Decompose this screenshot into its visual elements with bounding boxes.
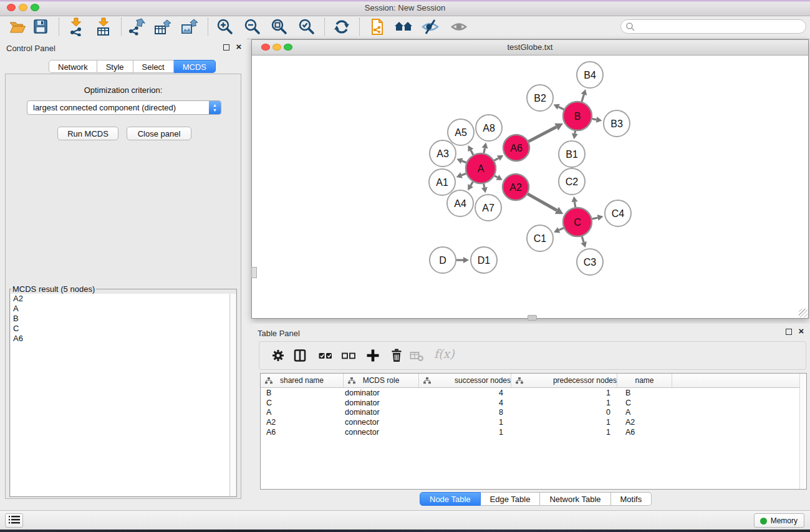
table-tabs: Node Table Edge Table Network Table Moti… (420, 492, 652, 506)
mcds-result-item[interactable]: A6 (11, 334, 236, 344)
close-table-panel-button[interactable]: × (796, 325, 806, 337)
export-table-button[interactable] (153, 17, 172, 36)
search-input[interactable] (637, 21, 802, 32)
graph-node-label: C4 (612, 208, 625, 219)
mcds-result-item[interactable]: A2 (11, 294, 236, 304)
toolbar-separator (208, 18, 208, 36)
delete-column-button[interactable] (389, 348, 404, 363)
window-title: Session: New Session (0, 3, 810, 12)
window-resize-grip[interactable] (799, 309, 808, 317)
open-session-button[interactable] (8, 17, 27, 36)
tab-network[interactable]: Network (49, 60, 97, 73)
tab-mcds[interactable]: MCDS (174, 60, 216, 73)
column-header-mcds-role[interactable]: MCDS role (344, 374, 419, 387)
function-builder-button[interactable]: f(x) (434, 347, 455, 360)
criterion-select[interactable]: largest connected component (directed) ▲… (27, 100, 221, 115)
graph-node-label: A2 (509, 182, 522, 193)
create-column-button[interactable] (365, 348, 380, 363)
memory-button[interactable]: Memory (754, 513, 804, 528)
zoom-out-button[interactable] (243, 17, 262, 36)
select-all-button[interactable] (318, 348, 333, 363)
table-row[interactable]: A2 connector 1 1 A2 (261, 417, 806, 427)
table-panel-title: Table Panel (258, 329, 300, 338)
toolbar-separator (359, 18, 360, 36)
task-history-button[interactable] (5, 513, 23, 528)
tab-edge-table[interactable]: Edge Table (481, 492, 541, 506)
column-header-predecessor-nodes[interactable]: predecessor nodes (511, 374, 617, 387)
table-settings-button[interactable] (271, 348, 286, 363)
network-graph[interactable]: B4B2BB3A8A5A6B1A3AC2A1A2A4A7C4CC1C3DD1 (252, 55, 808, 318)
graph-node-label: A (478, 163, 485, 174)
hide-graphics-details-button[interactable] (421, 17, 440, 36)
tab-motifs[interactable]: Motifs (611, 492, 652, 506)
show-column-button[interactable] (292, 348, 307, 363)
delete-table-button[interactable] (409, 348, 424, 363)
import-network-button[interactable] (67, 17, 85, 36)
graph-node-label: A4 (454, 198, 466, 209)
column-header-shared-name[interactable]: shared name (261, 374, 344, 387)
refresh-button[interactable] (332, 17, 351, 36)
export-image-icon (180, 17, 199, 36)
desktop: Session: New Session (0, 0, 810, 532)
refresh-icon (332, 17, 351, 36)
graph-node-label: A7 (482, 203, 494, 213)
float-table-panel-button[interactable] (786, 329, 792, 335)
save-session-button[interactable] (31, 17, 50, 36)
mcds-result-item[interactable]: A (11, 304, 236, 314)
mcds-result-list[interactable]: A2 A B C A6 (11, 294, 236, 496)
table-row[interactable]: A6 connector 1 1 A6 (261, 427, 806, 437)
close-panel-action-button[interactable]: Close panel (127, 127, 191, 140)
houses-icon (394, 17, 413, 36)
tab-style[interactable]: Style (97, 60, 133, 73)
memory-label: Memory (771, 516, 798, 525)
status-bar: Memory (0, 510, 810, 530)
import-table-button[interactable] (94, 17, 113, 36)
table-scrollbar[interactable] (799, 374, 806, 489)
table-row[interactable]: B dominator 4 1 B (261, 388, 806, 398)
graph-node-label: B1 (566, 149, 578, 160)
app-window: Session: New Session (0, 0, 810, 529)
mcds-result-group: MCDS result (5 nodes) A2 A B C A6 (9, 284, 237, 497)
export-network-button[interactable] (127, 17, 145, 36)
run-mcds-button[interactable]: Run MCDS (57, 127, 118, 140)
search-icon (625, 22, 635, 32)
export-image-button[interactable] (180, 17, 199, 36)
network-canvas[interactable]: B4B2BB3A8A5A6B1A3AC2A1A2A4A7C4CC1C3DD1 (252, 55, 808, 318)
zoom-in-button[interactable] (216, 17, 234, 36)
import-network-icon (67, 17, 85, 36)
new-network-from-selection-button[interactable] (368, 17, 387, 36)
mcds-result-item[interactable]: B (11, 314, 236, 324)
float-panel-button[interactable] (223, 44, 229, 51)
show-graphics-details-button[interactable] (450, 17, 468, 36)
tab-select[interactable]: Select (133, 60, 174, 73)
control-panel: Control Panel × Network Style Select MCD… (0, 39, 247, 510)
tab-network-table[interactable]: Network Table (540, 492, 610, 506)
table-row[interactable]: C dominator 4 1 C (261, 398, 806, 408)
control-panel-tabs: Network Style Select MCDS (49, 60, 216, 73)
column-header-filler (672, 374, 806, 387)
zoom-selected-button[interactable] (297, 17, 316, 36)
zoom-in-icon (216, 17, 234, 36)
graph-node-label: C (574, 217, 581, 228)
splitter-grip[interactable] (528, 315, 537, 321)
column-header-successor-nodes[interactable]: successor nodes (419, 374, 511, 387)
export-table-icon (153, 17, 172, 36)
close-panel-button[interactable]: × (234, 41, 244, 53)
network-window-titlebar[interactable]: testGlobe.txt (252, 40, 808, 56)
open-folder-icon (8, 17, 27, 36)
result-list-scrollbar[interactable] (229, 294, 236, 496)
tab-node-table[interactable]: Node Table (420, 492, 481, 506)
graph-node-label: B (574, 111, 581, 122)
search-box (620, 19, 806, 34)
graph-node-label: A1 (436, 177, 448, 188)
splitter-grip[interactable] (251, 267, 257, 278)
unselect-all-button[interactable] (341, 348, 356, 363)
table-row[interactable]: A dominator 8 0 A (261, 408, 806, 418)
hierarchy-icon (265, 377, 272, 384)
zoom-fit-button[interactable] (270, 17, 289, 36)
column-header-name[interactable]: name (617, 374, 672, 387)
node-table: shared name MCDS role successor nodes (260, 373, 807, 490)
network-file-icon (368, 17, 387, 36)
mcds-result-item[interactable]: C (11, 324, 236, 334)
show-hide-panels-button[interactable] (394, 17, 413, 36)
